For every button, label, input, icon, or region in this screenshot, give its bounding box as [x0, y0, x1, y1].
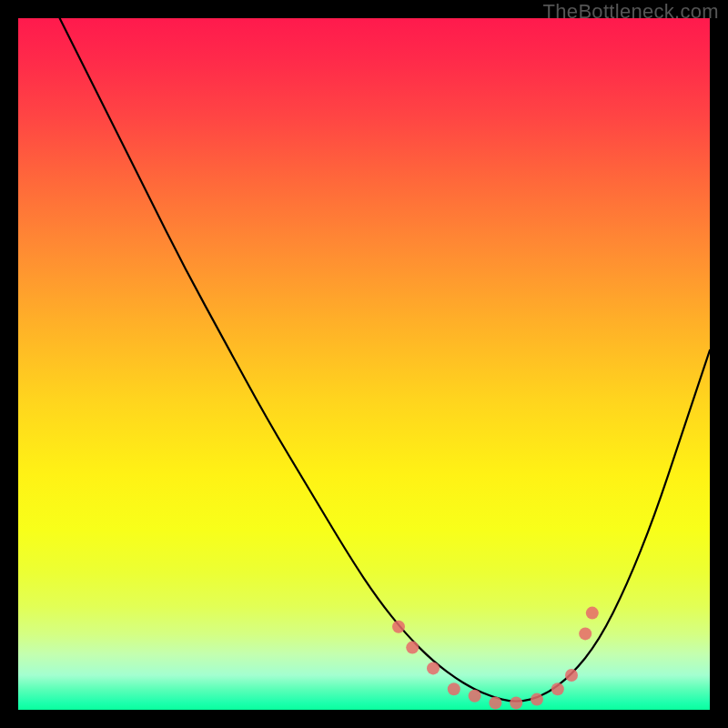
data-point — [551, 682, 564, 695]
data-point — [489, 696, 501, 709]
data-point — [406, 642, 419, 654]
curve-markers — [392, 607, 599, 710]
data-point — [448, 682, 460, 695]
chart-frame: TheBottleneck.com — [0, 0, 728, 728]
curve-svg — [18, 18, 710, 710]
plot-area — [18, 18, 710, 710]
data-point — [469, 690, 481, 703]
data-point — [531, 693, 543, 706]
data-point — [565, 669, 578, 682]
data-point — [579, 627, 592, 640]
data-point — [427, 662, 440, 674]
data-point — [392, 621, 405, 633]
data-point — [586, 607, 599, 620]
data-point — [510, 696, 522, 709]
bottleneck-curve — [60, 18, 710, 702]
